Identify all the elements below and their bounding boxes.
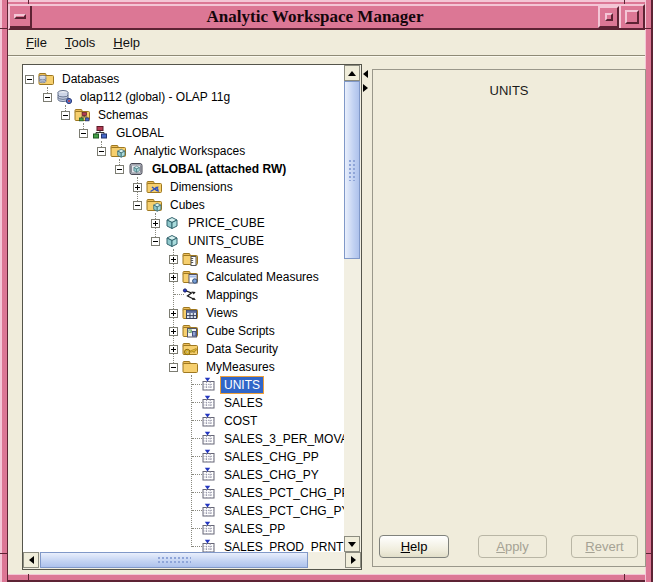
maximize-square-icon <box>625 10 639 24</box>
apply-button[interactable]: Apply <box>478 535 547 558</box>
expand-toggle-plus[interactable] <box>169 309 178 318</box>
scrollbar-grip-icon <box>157 556 191 565</box>
arrow-right-icon <box>351 556 356 564</box>
expand-toggle-plus[interactable] <box>151 219 160 228</box>
arrow-left-icon <box>29 556 34 564</box>
expand-toggle-minus[interactable] <box>169 363 178 372</box>
tree-item-label: MyMeasures <box>202 358 279 376</box>
expand-toggle-plus[interactable] <box>169 345 178 354</box>
tree-item-global-attached-rw[interactable]: GLOBAL (attached RW) <box>23 160 361 178</box>
horizontal-scrollbar[interactable] <box>23 552 361 569</box>
tree-item-databases[interactable]: Databases <box>23 70 361 88</box>
menu-file[interactable]: File <box>20 33 53 52</box>
measure-icon <box>200 431 217 447</box>
measure-icon <box>200 521 217 537</box>
scroll-down-button[interactable] <box>344 536 360 552</box>
expand-toggle-minus[interactable] <box>43 93 52 102</box>
tree-item-label: GLOBAL (attached RW) <box>148 160 290 178</box>
tree-item-dimensions[interactable]: Dimensions <box>23 178 361 196</box>
minimize-button[interactable] <box>598 6 619 28</box>
window-title: Analytic Workspace Manager <box>32 7 598 27</box>
tree-item-cost[interactable]: COST <box>23 412 361 430</box>
tree-item-sales-pct-chg-py[interactable]: SALES_PCT_CHG_PY <box>23 502 361 520</box>
tree-item-label: Dimensions <box>166 178 237 196</box>
scrollbar-grip-icon <box>348 159 357 181</box>
tree-item-price-cube[interactable]: PRICE_CUBE <box>23 214 361 232</box>
scroll-up-button[interactable] <box>344 65 360 81</box>
menu-tools[interactable]: Tools <box>59 33 101 52</box>
tree-item-sales-pct-chg-pp[interactable]: SALES_PCT_CHG_PP <box>23 484 361 502</box>
tree-item-mymeasures[interactable]: MyMeasures <box>23 358 361 376</box>
horizontal-scrollbar-thumb[interactable] <box>40 552 308 568</box>
tree-item-label: Databases <box>58 70 123 88</box>
tree-item-measures[interactable]: Measures <box>23 250 361 268</box>
measure-icon <box>200 485 217 501</box>
expand-toggle-plus[interactable] <box>169 273 178 282</box>
expand-toggle-plus[interactable] <box>169 255 178 264</box>
splitter-collapse-left-arrow-icon[interactable] <box>363 70 368 78</box>
revert-button[interactable]: Revert <box>571 535 638 558</box>
frame-notch <box>645 28 653 29</box>
splitter-expand-right-arrow-icon[interactable] <box>363 84 368 92</box>
tree-item-label: Schemas <box>94 106 152 124</box>
maximize-button[interactable] <box>619 6 643 28</box>
tree-item-sales-chg-py[interactable]: SALES_CHG_PY <box>23 466 361 484</box>
tree-item-sales-chg-pp[interactable]: SALES_CHG_PP <box>23 448 361 466</box>
tree-item-analytic-workspaces[interactable]: Analytic Workspaces <box>23 142 361 160</box>
window-menu-button[interactable] <box>10 6 32 28</box>
tree-item-label: SALES_CHG_PY <box>220 466 323 484</box>
tree-item-label: Cubes <box>166 196 209 214</box>
tree-item-data-security[interactable]: Data Security <box>23 340 361 358</box>
tree-item-cube-scripts[interactable]: Cube Scripts <box>23 322 361 340</box>
tree-item-cubes[interactable]: Cubes <box>23 196 361 214</box>
scripts-folder-icon <box>182 323 199 339</box>
tree-item-label: GLOBAL <box>112 124 168 142</box>
scroll-right-button[interactable] <box>345 552 361 568</box>
expand-toggle-plus[interactable] <box>133 183 142 192</box>
window-frame-right[interactable] <box>645 0 653 582</box>
cube-icon <box>164 233 181 249</box>
vertical-scrollbar[interactable] <box>344 65 361 552</box>
tree-item-units[interactable]: UNITS <box>23 376 361 394</box>
window-frame-left[interactable] <box>0 0 8 582</box>
tree-item-views[interactable]: Views <box>23 304 361 322</box>
expand-toggle-minus[interactable] <box>97 147 106 156</box>
expand-toggle-minus[interactable] <box>79 129 88 138</box>
frame-notch <box>0 553 8 554</box>
tree-item-label: COST <box>220 412 261 430</box>
tree-item-sales-pp[interactable]: SALES_PP <box>23 520 361 538</box>
tree-item-label: Cube Scripts <box>202 322 279 340</box>
expand-toggle-minus[interactable] <box>25 75 34 84</box>
expand-toggle-minus[interactable] <box>133 201 142 210</box>
tree-item-sales[interactable]: SALES <box>23 394 361 412</box>
tree-item-olap112-global-olap-11g[interactable]: olap112 (global) - OLAP 11g <box>23 88 361 106</box>
title-bar[interactable]: Analytic Workspace Manager <box>8 4 645 30</box>
scroll-left-button[interactable] <box>23 552 39 568</box>
tree-item-schemas[interactable]: Schemas <box>23 106 361 124</box>
tree-item-calculated-measures[interactable]: Calculated Measures <box>23 268 361 286</box>
help-button[interactable]: Help <box>379 535 449 558</box>
expand-toggle-minus[interactable] <box>115 165 124 174</box>
tree-item-sales-3-per-movavg[interactable]: SALES_3_PER_MOVAVG <box>23 430 361 448</box>
expand-toggle-minus[interactable] <box>61 111 70 120</box>
tree-item-global[interactable]: GLOBAL <box>23 124 361 142</box>
cube-icon <box>164 215 181 231</box>
folder-icon <box>182 359 199 375</box>
dimensions-folder-icon <box>146 179 163 195</box>
splitter[interactable] <box>363 70 371 98</box>
expand-toggle-plus[interactable] <box>169 327 178 336</box>
detail-panel-title: UNITS <box>373 83 645 98</box>
databases-folder-icon <box>38 71 55 87</box>
expand-toggle-minus[interactable] <box>151 237 160 246</box>
tree-item-units-cube[interactable]: UNITS_CUBE <box>23 232 361 250</box>
menu-bar: FileToolsHelp <box>8 30 645 56</box>
menu-help[interactable]: Help <box>107 33 146 52</box>
minimize-square-icon <box>605 13 613 21</box>
schema-icon <box>92 125 109 141</box>
calc-measures-folder-icon <box>182 269 199 285</box>
tree-item-mappings[interactable]: Mappings <box>23 286 361 304</box>
window-frame-bottom[interactable] <box>0 574 653 582</box>
vertical-scrollbar-thumb[interactable] <box>344 81 360 259</box>
tree-item-label: SALES_PCT_CHG_PP <box>220 484 353 502</box>
frame-notch <box>0 28 8 29</box>
